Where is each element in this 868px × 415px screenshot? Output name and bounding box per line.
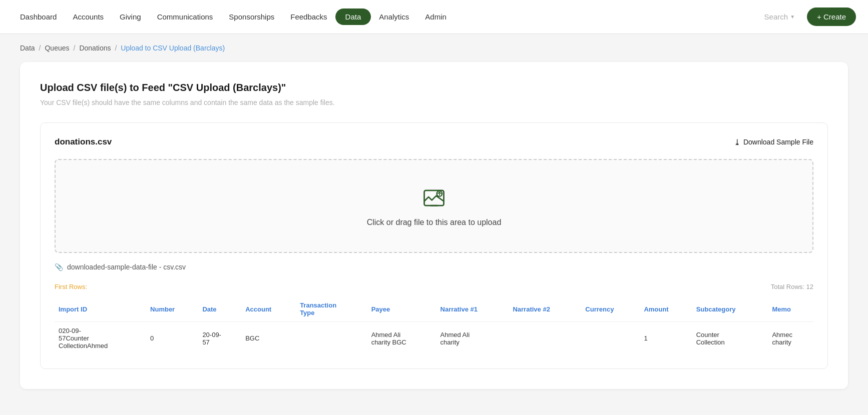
page-subtitle: Your CSV file(s) should have the same co…	[40, 98, 828, 106]
nav-data[interactable]: Data	[335, 8, 371, 25]
col-account: Account	[241, 296, 296, 322]
col-memo: Memo	[768, 296, 813, 322]
breadcrumb-donations[interactable]: Donations	[79, 44, 111, 52]
breadcrumb-sep-2: /	[74, 44, 76, 52]
col-narrative1: Narrative #1	[437, 296, 509, 322]
upload-drop-area[interactable]: Click or drag file to this area to uploa…	[55, 159, 813, 253]
cell-import-id: 020-09-57CounterCollectionAhmed	[55, 322, 146, 355]
cell-narrative1: Ahmed Alicharity	[437, 322, 509, 355]
download-sample-link[interactable]: ⤓ Download Sample File	[734, 138, 813, 147]
col-transaction-type: TransactionType	[296, 296, 367, 322]
breadcrumb-current: Upload to CSV Upload (Barclays)	[121, 44, 225, 52]
cell-currency	[581, 322, 640, 355]
upload-area-text: Click or drag file to this area to uploa…	[367, 218, 502, 227]
breadcrumb: Data / Queues / Donations / Upload to CS…	[0, 34, 868, 62]
cell-amount: 1	[640, 322, 692, 355]
nav-dashboard[interactable]: Dashboard	[12, 8, 65, 25]
attached-file-row: 📎 downloaded-sample-data-file - csv.csv	[55, 263, 813, 271]
breadcrumb-sep-3: /	[115, 44, 117, 52]
download-icon: ⤓	[734, 138, 740, 147]
nav-analytics[interactable]: Analytics	[371, 8, 417, 25]
nav-accounts[interactable]: Accounts	[65, 8, 112, 25]
file-upload-section: donations.csv ⤓ Download Sample File Cli…	[40, 122, 828, 369]
file-name-label: donations.csv	[55, 137, 112, 147]
cell-payee: Ahmed Alicharity BGC	[367, 322, 437, 355]
col-subcategory: Subcategory	[692, 296, 768, 322]
preview-table: Import ID Number Date Account Transactio…	[55, 296, 813, 354]
total-rows-label: Total Rows: 12	[771, 283, 813, 290]
table-header: Import ID Number Date Account Transactio…	[55, 296, 813, 322]
cell-subcategory: CounterCollection	[692, 322, 768, 355]
nav-giving[interactable]: Giving	[112, 8, 149, 25]
col-narrative2: Narrative #2	[509, 296, 581, 322]
first-rows-label: First Rows:	[55, 283, 87, 290]
table-row: 020-09-57CounterCollectionAhmed 0 20-09-…	[55, 322, 813, 355]
attached-file-name: downloaded-sample-data-file - csv.csv	[67, 263, 186, 271]
cell-account: BGC	[241, 322, 296, 355]
nav-communications[interactable]: Communications	[149, 8, 221, 25]
search-arrow-icon: ▼	[790, 14, 795, 20]
table-header-row: First Rows: Total Rows: 12	[55, 283, 813, 290]
download-label: Download Sample File	[743, 138, 813, 146]
nav-sponsorships[interactable]: Sponsorships	[221, 8, 282, 25]
col-import-id: Import ID	[55, 296, 146, 322]
breadcrumb-queues[interactable]: Queues	[45, 44, 69, 52]
file-header: donations.csv ⤓ Download Sample File	[55, 137, 813, 147]
nav-feedbacks[interactable]: Feedbacks	[282, 8, 335, 25]
upload-card: Upload CSV file(s) to Feed "CSV Upload (…	[20, 62, 848, 389]
page-title: Upload CSV file(s) to Feed "CSV Upload (…	[40, 82, 828, 94]
breadcrumb-data[interactable]: Data	[20, 44, 35, 52]
col-payee: Payee	[367, 296, 437, 322]
col-amount: Amount	[640, 296, 692, 322]
top-navigation: Dashboard Accounts Giving Communications…	[0, 0, 868, 34]
search-label: Search	[764, 12, 788, 21]
cell-narrative2	[509, 322, 581, 355]
col-currency: Currency	[581, 296, 640, 322]
cell-number: 0	[146, 322, 198, 355]
main-content: Upload CSV file(s) to Feed "CSV Upload (…	[0, 62, 868, 409]
paperclip-icon: 📎	[55, 263, 63, 271]
search-button[interactable]: Search ▼	[758, 8, 801, 25]
cell-date: 20-09-57	[198, 322, 241, 355]
inbox-upload-icon	[421, 185, 447, 211]
create-button[interactable]: + Create	[807, 8, 856, 26]
col-number: Number	[146, 296, 198, 322]
col-date: Date	[198, 296, 241, 322]
cell-transaction-type	[296, 322, 367, 355]
cell-memo: Ahmeccharity	[768, 322, 813, 355]
nav-admin[interactable]: Admin	[417, 8, 455, 25]
breadcrumb-sep-1: /	[39, 44, 41, 52]
